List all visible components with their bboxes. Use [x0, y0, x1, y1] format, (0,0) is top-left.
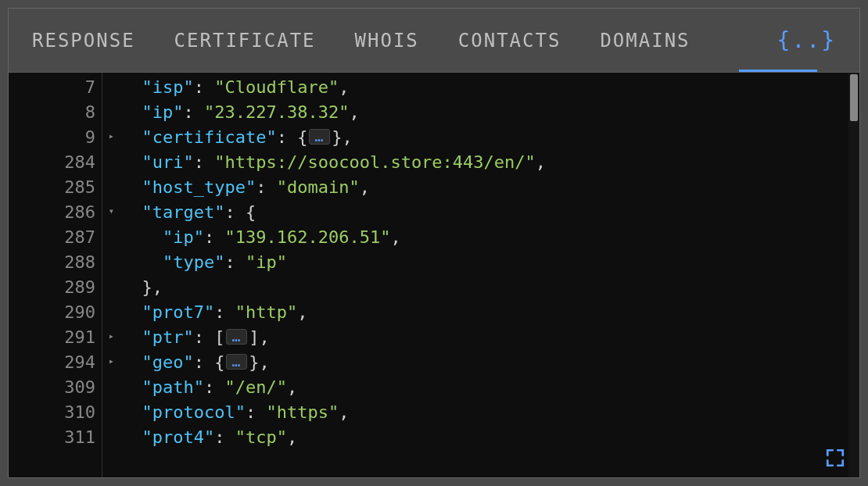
- line-number: 309: [9, 374, 102, 399]
- code-line: "host_type": "domain",: [121, 174, 859, 199]
- line-number: 286▾: [9, 199, 102, 224]
- line-number: 290: [9, 299, 102, 324]
- collapsed-object[interactable]: …: [309, 129, 330, 145]
- fullscreen-icon[interactable]: [825, 448, 845, 468]
- code-line: "protocol": "https",: [121, 399, 859, 424]
- tab-bar: RESPONSE CERTIFICATE WHOIS CONTACTS DOMA…: [9, 9, 859, 73]
- line-number: 289: [9, 274, 102, 299]
- tab-response[interactable]: RESPONSE: [32, 30, 135, 52]
- window-frame: RESPONSE CERTIFICATE WHOIS CONTACTS DOMA…: [8, 8, 860, 478]
- line-number: 285: [9, 174, 102, 199]
- tab-certificate[interactable]: CERTIFICATE: [174, 30, 316, 52]
- scrollbar-track[interactable]: [848, 73, 859, 477]
- collapsed-object[interactable]: …: [226, 354, 247, 370]
- line-number: 287: [9, 224, 102, 249]
- code-line: "certificate": {…},: [121, 124, 859, 149]
- line-number: 284: [9, 149, 102, 174]
- line-number: 7: [9, 74, 102, 99]
- code-line: "isp": "Cloudflare",: [121, 74, 859, 99]
- code-line: "ip": "23.227.38.32",: [121, 99, 859, 124]
- fold-collapsed-icon[interactable]: ▸: [109, 356, 114, 366]
- line-number: 9▸: [9, 124, 102, 149]
- code-content[interactable]: "isp": "Cloudflare", "ip": "23.227.38.32…: [102, 73, 859, 477]
- code-editor: 7 8 9▸ 284 285 286▾ 287 288 289 290 291▸…: [9, 73, 859, 477]
- code-line: "target": {: [121, 199, 859, 224]
- code-line: "type": "ip": [121, 249, 859, 274]
- code-line: "ip": "139.162.206.51",: [121, 224, 859, 249]
- code-line: },: [121, 274, 859, 299]
- line-number: 291▸: [9, 324, 102, 349]
- code-line: "geo": {…},: [121, 349, 859, 374]
- tab-domains[interactable]: DOMAINS: [600, 30, 690, 52]
- fold-expanded-icon[interactable]: ▾: [109, 205, 114, 216]
- line-number-gutter: 7 8 9▸ 284 285 286▾ 287 288 289 290 291▸…: [9, 73, 102, 477]
- scrollbar-thumb[interactable]: [850, 74, 858, 121]
- line-number: 288: [9, 249, 102, 274]
- line-number: 294▸: [9, 349, 102, 374]
- code-line: "path": "/en/",: [121, 374, 859, 399]
- code-line: "prot4": "tcp",: [121, 424, 859, 449]
- code-line: "ptr": […],: [121, 324, 859, 349]
- line-number: 8: [9, 99, 102, 124]
- tab-json[interactable]: {..}: [777, 27, 836, 53]
- fold-collapsed-icon[interactable]: ▸: [109, 331, 114, 341]
- tab-whois[interactable]: WHOIS: [355, 30, 419, 52]
- collapsed-array[interactable]: …: [226, 329, 247, 345]
- active-tab-indicator: [739, 70, 817, 72]
- line-number: 310: [9, 399, 102, 424]
- line-number: 311: [9, 424, 102, 449]
- fold-collapsed-icon[interactable]: ▸: [109, 130, 114, 141]
- code-line: "prot7": "http",: [121, 299, 859, 324]
- tab-contacts[interactable]: CONTACTS: [458, 30, 561, 52]
- code-line: "uri": "https://soocool.store:443/en/",: [121, 149, 859, 174]
